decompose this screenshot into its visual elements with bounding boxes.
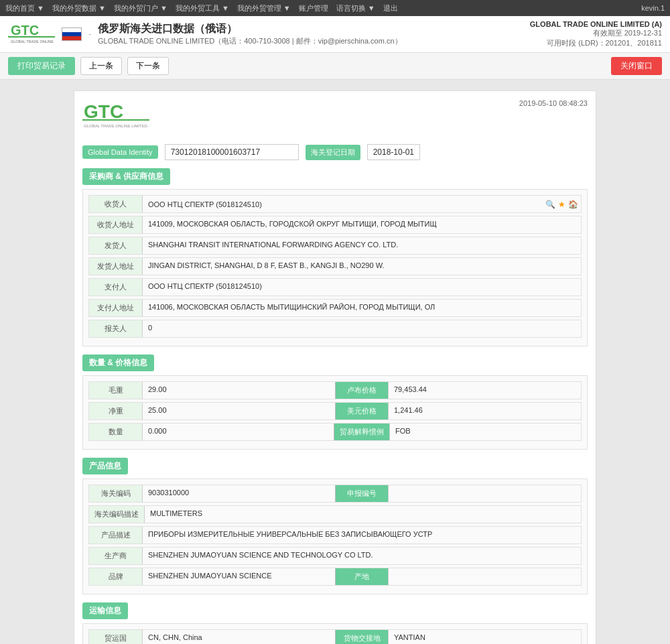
gross-weight-label: 毛重 — [89, 382, 143, 399]
time-label: 可用时段 (LDR)：201201、201811 — [530, 38, 662, 48]
table-row: 报关人 0 — [88, 320, 582, 338]
usd-price-label: 美元价格 — [335, 403, 389, 420]
global-data-identity-label: Global Data Identity — [82, 145, 158, 159]
goods-handover-label: 货物交接地 — [335, 630, 389, 644]
doc-logo: GTC GLOBAL TRADE ONLINE LIMITED — [82, 99, 149, 135]
svg-text:GLOBAL TRADE ONLINE LIMITED: GLOBAL TRADE ONLINE LIMITED — [84, 124, 148, 128]
hs-code-desc-label: 海关编码描述 — [89, 506, 145, 523]
brand-value: SHENZHEN JUMAOYUAN SCIENCE — [143, 568, 335, 585]
trade-country-label: 贸运国 — [89, 630, 143, 644]
doc-gtc-logo: GTC GLOBAL TRADE ONLINE LIMITED — [82, 99, 149, 133]
field-label-consignee-addr: 收货人地址 — [89, 216, 143, 233]
quantity-label: 数量 — [89, 424, 143, 440]
decl-no-value — [389, 485, 581, 502]
svg-text:GTC: GTC — [11, 23, 39, 38]
table-row: 收货人 ООО НТЦ СПЕКТР (5018124510) 🔍 ★ 🏠 — [88, 195, 582, 213]
field-label-shipper-addr: 发货人地址 — [89, 258, 143, 275]
quantity-price-section: 数量 & 价格信息 毛重 29.00 卢布价格 79,453.44 净重 25.… — [82, 355, 588, 450]
header-right: GLOBAL TRADE ONLINE LIMITED (A) 有效期至 201… — [530, 20, 662, 48]
product-info-section: 产品信息 海关编码 9030310000 申报编号 海关编码描述 MULTIME… — [82, 458, 588, 594]
buyer-supplier-fields: 收货人 ООО НТЦ СПЕКТР (5018124510) 🔍 ★ 🏠 收货… — [82, 189, 588, 346]
header-separator: - — [88, 29, 91, 39]
nav-trade-data[interactable]: 我的外贸数据 ▼ — [52, 3, 106, 13]
table-row: 收货人地址 141009, МОСКОВСКАЯ ОБЛАСТЬ, ГОРОДС… — [88, 216, 582, 234]
doc-header: GTC GLOBAL TRADE ONLINE LIMITED 2019-05-… — [82, 99, 588, 135]
next-button[interactable]: 下一条 — [127, 57, 169, 75]
nav-management[interactable]: 我的外贸管理 ▼ — [237, 3, 291, 13]
ruble-price-label: 卢布价格 — [335, 382, 389, 399]
nav-logout[interactable]: 退出 — [383, 3, 398, 13]
quantity-value: 0.000 — [143, 424, 334, 440]
nav-account[interactable]: 账户管理 — [299, 3, 328, 13]
field-value-shipper: SHANGHAI TRANSIT INTERNATIONAL FORWARDIN… — [143, 237, 581, 252]
goods-handover-value: YANTIAN — [389, 630, 581, 644]
print-button[interactable]: 打印贸易记录 — [8, 57, 75, 75]
svg-text:GTC: GTC — [84, 101, 123, 122]
product-desc-value: ПРИБОРЫ ИЗМЕРИТЕЛЬНЫЕ УНИВЕРСАЛЬНЫЕ БЕЗ … — [143, 527, 581, 541]
field-label-payer-addr: 支付人地址 — [89, 300, 143, 316]
decl-no-label: 申报编号 — [335, 485, 389, 502]
trade-country-value: CN, CHN, China — [143, 630, 335, 644]
transport-info-header: 运输信息 — [82, 602, 128, 619]
doc-datetime: 2019-05-10 08:48:23 — [519, 99, 588, 107]
table-row: 产品描述 ПРИБОРЫ ИЗМЕРИТЕЛЬНЫЕ УНИВЕРСАЛЬНЫЕ… — [88, 526, 582, 544]
field-label-consignee: 收货人 — [89, 196, 143, 212]
company-name: GLOBAL TRADE ONLINE LIMITED (A) — [530, 20, 662, 28]
star-icon[interactable]: ★ — [558, 200, 565, 209]
valid-until: 有效期至 2019-12-31 — [530, 28, 662, 38]
prev-button[interactable]: 上一条 — [80, 57, 122, 75]
identity-row: Global Data Identity 7301201810000160371… — [82, 144, 588, 160]
brand-label: 品牌 — [89, 568, 143, 585]
page-subtitle: GLOBAL TRADE ONLINE LIMITED（电话：400-710-3… — [98, 36, 402, 46]
table-row: 海关编码 9030310000 申报编号 — [88, 485, 582, 503]
table-row: 品牌 SHENZHEN JUMAOYUAN SCIENCE 产地 — [88, 568, 582, 586]
customs-date-label: 海关登记日期 — [306, 145, 360, 160]
trade-terms-label: 贸易解释惯例 — [334, 424, 390, 440]
usd-price-value: 1,241.46 — [389, 403, 581, 420]
top-toolbar: 打印贸易记录 上一条 下一条 关闭窗口 — [0, 53, 670, 80]
page-title: 俄罗斯海关进口数据（俄语） — [98, 22, 402, 36]
field-value-consignee: ООО НТЦ СПЕКТР (5018124510) — [143, 197, 543, 212]
home-icon[interactable]: 🏠 — [568, 200, 578, 209]
gross-weight-value: 29.00 — [143, 382, 335, 399]
product-info-fields: 海关编码 9030310000 申报编号 海关编码描述 MULTIMETERS … — [82, 478, 588, 594]
transport-info-section: 运输信息 贸运国 CN, CHN, China 货物交接地 YANTIAN 启运… — [82, 602, 588, 644]
quantity-price-fields: 毛重 29.00 卢布价格 79,453.44 净重 25.00 美元价格 1,… — [82, 375, 588, 450]
nav-portal[interactable]: 我的外贸门户 ▼ — [114, 3, 168, 13]
header-left: GTC GLOBAL TRADE ONLINE LIMITED - 俄罗斯海关进… — [8, 20, 402, 48]
manufacturer-label: 生产商 — [89, 548, 143, 564]
logo: GTC GLOBAL TRADE ONLINE LIMITED — [8, 20, 55, 48]
hs-code-desc-value: MULTIMETERS — [145, 506, 581, 521]
manufacturer-value: SHENZHEN JUMAOYUAN SCIENCE AND TECHNOLOG… — [143, 548, 581, 562]
origin-value — [389, 568, 581, 585]
net-weight-label: 净重 — [89, 403, 143, 420]
document-content: GTC GLOBAL TRADE ONLINE LIMITED 2019-05-… — [74, 90, 596, 644]
table-row: 海关编码描述 MULTIMETERS — [88, 505, 582, 523]
nav-home[interactable]: 我的首页 ▼ — [5, 3, 44, 13]
field-value-payer: ООО НТЦ СПЕКТР (5018124510) — [143, 279, 581, 294]
gtc-logo-svg: GTC GLOBAL TRADE ONLINE LIMITED — [8, 20, 55, 48]
table-row: 贸运国 CN, CHN, China 货物交接地 YANTIAN — [88, 629, 582, 644]
buyer-supplier-header: 采购商 & 供应商信息 — [82, 168, 170, 185]
flag-icon — [62, 27, 82, 41]
field-label-payer: 支付人 — [89, 279, 143, 296]
nav-language[interactable]: 语言切换 ▼ — [336, 3, 375, 13]
svg-rect-2 — [8, 36, 55, 38]
table-row: 发货人地址 JINGAN DISTRICT, SHANGHAI, D 8 F, … — [88, 257, 582, 275]
close-button[interactable]: 关闭窗口 — [611, 57, 662, 75]
transport-info-fields: 贸运国 CN, CHN, China 货物交接地 YANTIAN 启运国 CN … — [82, 623, 588, 644]
field-label-declarant: 报关人 — [89, 320, 143, 337]
table-row: 发货人 SHANGHAI TRANSIT INTERNATIONAL FORWA… — [88, 237, 582, 255]
trade-terms-value: FOB — [390, 424, 581, 440]
nav-user: kevin.1 — [641, 4, 665, 12]
nav-items: 我的首页 ▼ 我的外贸数据 ▼ 我的外贸门户 ▼ 我的外贸工具 ▼ 我的外贸管理… — [5, 3, 398, 13]
ruble-price-value: 79,453.44 — [389, 382, 581, 399]
product-info-header: 产品信息 — [82, 458, 128, 474]
field-value-consignee-addr: 141009, МОСКОВСКАЯ ОБЛАСТЬ, ГОРОДСКОЙ ОК… — [143, 216, 581, 231]
page-header: GTC GLOBAL TRADE ONLINE LIMITED - 俄罗斯海关进… — [0, 16, 670, 53]
table-row: 毛重 29.00 卢布价格 79,453.44 — [88, 381, 582, 399]
search-icon[interactable]: 🔍 — [545, 200, 555, 209]
product-desc-label: 产品描述 — [89, 527, 143, 543]
nav-tools[interactable]: 我的外贸工具 ▼ — [176, 3, 229, 13]
svg-rect-5 — [82, 119, 149, 121]
